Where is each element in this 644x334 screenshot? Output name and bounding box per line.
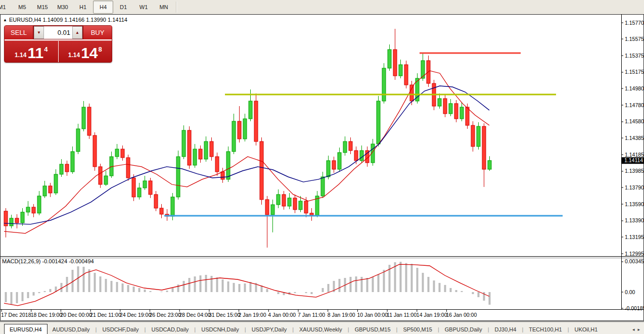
svg-text:1.15175: 1.15175 xyxy=(625,69,644,75)
svg-text:1.14980: 1.14980 xyxy=(625,85,644,91)
buy-price-prefix: 1.14 xyxy=(68,52,80,59)
svg-text:1.14780: 1.14780 xyxy=(625,102,644,108)
svg-text:1.14185: 1.14185 xyxy=(625,152,644,158)
svg-text:20 Dec 00:00: 20 Dec 00:00 xyxy=(60,312,92,318)
sell-price-pips: 11 xyxy=(27,46,43,60)
svg-text:18 Dec 19:00: 18 Dec 19:00 xyxy=(31,312,63,318)
timeframe-button-m15[interactable]: M15 xyxy=(32,1,53,14)
svg-text:1.15575: 1.15575 xyxy=(625,36,644,42)
svg-text:21 Dec 11:00: 21 Dec 11:00 xyxy=(90,312,121,318)
svg-text:28 Dec 04:00: 28 Dec 04:00 xyxy=(179,312,211,318)
svg-text:7 Jan 11:00: 7 Jan 11:00 xyxy=(298,312,325,318)
svg-text:1.13590: 1.13590 xyxy=(625,201,644,207)
lot-size-input[interactable]: 0.01 xyxy=(44,26,72,39)
timeframe-button-w1[interactable]: W1 xyxy=(133,1,154,14)
chart-tab-dj30[interactable]: DJ30,H4 xyxy=(490,325,522,334)
svg-text:1.13390: 1.13390 xyxy=(625,217,644,223)
chart-tab-gbpusd[interactable]: GBPUSD,M15 xyxy=(350,325,396,334)
toolbar-separator xyxy=(176,2,177,13)
tabs-scroll-right-icon[interactable]: ▸ xyxy=(637,327,640,332)
chart-tab-usdjpy[interactable]: USDJPY,Daily xyxy=(247,325,292,334)
svg-text:16 Jan 00:00: 16 Jan 00:00 xyxy=(446,312,477,318)
timeframe-button-m1[interactable]: M1 xyxy=(0,1,12,14)
lot-size-box: ▼ 0.01 ▲ xyxy=(33,26,83,39)
chart-tab-gbpusd[interactable]: GBPUSD,Daily xyxy=(440,325,487,334)
timeframe-button-m30[interactable]: M30 xyxy=(53,1,73,14)
svg-text:2 Jan 19:00: 2 Jan 19:00 xyxy=(239,312,266,318)
chart-tab-audusd[interactable]: AUDUSD,Daily xyxy=(48,325,95,334)
timeframe-button-mn[interactable]: MN xyxy=(154,1,174,14)
svg-text:0.00: 0.00 xyxy=(625,289,635,295)
chart-tab-usdcad[interactable]: USDCAD,Daily xyxy=(146,325,194,334)
svg-text:1.15375: 1.15375 xyxy=(625,53,644,59)
one-click-trading-widget: SELL ▼ 0.01 ▲ BUY 1.14 11 4 1.14 14 8 xyxy=(4,25,112,63)
svg-text:1.12995: 1.12995 xyxy=(625,251,644,257)
symbol-tab-bar: EURUSD,H4AUDUSD,Daily|USDCHF,Daily|USDCA… xyxy=(0,321,644,334)
timeframe-button-h1[interactable]: H1 xyxy=(73,1,93,14)
buy-price-pips: 14 xyxy=(81,46,98,60)
buy-price-panel[interactable]: 1.14 14 8 xyxy=(59,41,112,62)
svg-text:-0.001851: -0.001851 xyxy=(625,305,644,311)
svg-text:1.13985: 1.13985 xyxy=(625,168,644,174)
sell-price-panel[interactable]: 1.14 11 4 xyxy=(5,41,59,62)
svg-text:1.15770: 1.15770 xyxy=(625,20,644,26)
buy-button[interactable]: BUY xyxy=(83,26,112,39)
timeframe-buttons: M1M5M15M30H1H4D1W1MN xyxy=(0,0,174,14)
svg-text:1.14114: 1.14114 xyxy=(624,157,643,163)
svg-text:14 Jan 19:00: 14 Jan 19:00 xyxy=(417,312,447,318)
svg-text:4 Jan 00:00: 4 Jan 00:00 xyxy=(268,312,296,318)
chart-tab-xauusd[interactable]: XAUUSD,Weekly xyxy=(294,325,347,334)
timeframe-toolbar: M1M5M15M30H1H4D1W1MN xyxy=(0,0,644,15)
svg-text:0.003452: 0.003452 xyxy=(625,258,644,264)
chart-title-text: EURUSD,H4 1.14009 1.14166 1.13990 1.1411… xyxy=(9,17,127,23)
macd-indicator-label: MACD(12,26,9) -0.001424 -0.000494 xyxy=(2,258,94,264)
chart-window: 1.157701.155751.153751.151751.149801.147… xyxy=(0,14,644,321)
collapse-triangle-icon[interactable]: ▲ xyxy=(3,18,7,22)
chart-tab-usdcnh[interactable]: USDCNH,Daily xyxy=(196,325,244,334)
svg-text:24 Dec 19:00: 24 Dec 19:00 xyxy=(120,312,152,318)
lot-increase-button[interactable]: ▲ xyxy=(72,26,82,39)
sell-price-point: 4 xyxy=(44,45,48,53)
tabs-scroll-left-icon[interactable]: ◂ xyxy=(632,327,635,332)
chart-tab-usdchf[interactable]: USDCHF,Daily xyxy=(97,325,144,334)
svg-text:10 Jan 00:00: 10 Jan 00:00 xyxy=(357,312,388,318)
timeframe-button-m5[interactable]: M5 xyxy=(12,1,32,14)
timeframe-button-d1[interactable]: D1 xyxy=(113,1,133,14)
svg-text:11 Jan 11:00: 11 Jan 11:00 xyxy=(387,312,417,318)
svg-text:1.14580: 1.14580 xyxy=(625,118,644,124)
chart-tab-eurusd[interactable]: EURUSD,H4 xyxy=(4,324,48,334)
sell-button[interactable]: SELL xyxy=(5,26,33,39)
svg-text:17 Dec 2018: 17 Dec 2018 xyxy=(1,312,31,318)
chart-title: ▲ EURUSD,H4 1.14009 1.14166 1.13990 1.14… xyxy=(3,17,127,23)
timeframe-button-h4[interactable]: H4 xyxy=(93,1,113,14)
svg-text:1.13790: 1.13790 xyxy=(625,184,644,190)
svg-text:26 Dec 23:00: 26 Dec 23:00 xyxy=(150,312,181,318)
svg-text:31 Dec 15:00: 31 Dec 15:00 xyxy=(209,312,241,318)
chart-tab-ukoil[interactable]: UKOil,H1 xyxy=(570,325,603,334)
svg-text:1.13195: 1.13195 xyxy=(625,234,644,240)
lot-decrease-button[interactable]: ▼ xyxy=(34,26,44,39)
svg-text:8 Jan 19:00: 8 Jan 19:00 xyxy=(328,312,355,318)
buy-price-point: 8 xyxy=(99,45,102,53)
chart-tab-tech100[interactable]: TECH100,H1 xyxy=(524,325,567,334)
svg-text:1.14385: 1.14385 xyxy=(625,135,644,141)
chart-tab-sp500[interactable]: SP500,M15 xyxy=(398,325,437,334)
sell-price-prefix: 1.14 xyxy=(15,52,26,59)
